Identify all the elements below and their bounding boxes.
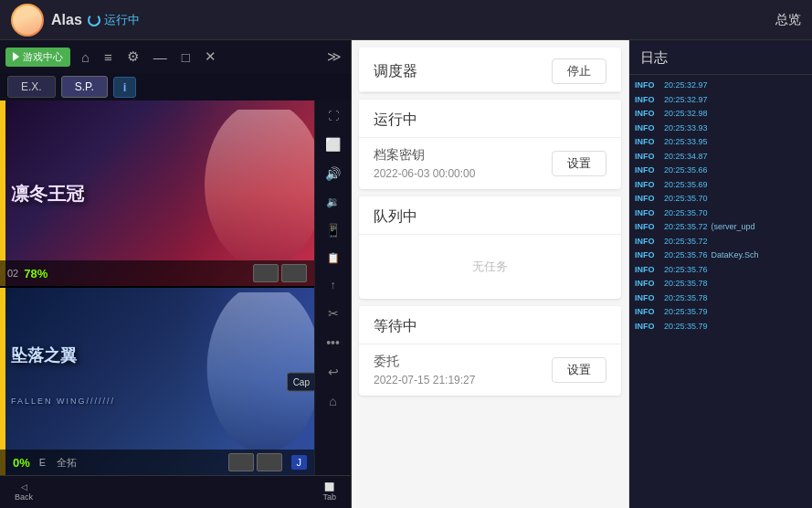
log-time: 20:25:33.93 xyxy=(664,122,708,135)
log-panel: 日志 INFO20:25:32.97INFO20:25:32.97INFO20:… xyxy=(629,40,812,508)
log-time: 20:25:34.87 xyxy=(664,151,708,164)
char-top-shape xyxy=(205,110,314,277)
running-card: 运行中 档案密钥 2022-06-03 00:00:00 设置 xyxy=(359,100,621,189)
avatar-face xyxy=(13,5,42,35)
log-title: 日志 xyxy=(640,49,668,65)
log-row: INFO20:25:35.76DataKey.Sch xyxy=(629,249,812,263)
scissor-icon[interactable]: ✂ xyxy=(324,302,343,324)
queue-title: 队列中 xyxy=(374,207,417,227)
waiting-label: 委托 xyxy=(374,354,475,370)
log-row: INFO20:25:35.70 xyxy=(629,206,812,221)
log-level: INFO xyxy=(635,94,660,107)
game-title-bottom: 坠落之翼 xyxy=(11,344,77,366)
log-row: INFO20:25:35.72(server_upd xyxy=(629,220,812,235)
log-level: INFO xyxy=(635,221,660,234)
log-row: INFO20:25:35.72 xyxy=(629,235,812,249)
log-time: 20:25:35.78 xyxy=(664,278,708,291)
minimize-icon[interactable]: — xyxy=(150,48,171,67)
log-row: INFO20:25:34.87 xyxy=(629,150,812,164)
log-time: 20:25:35.72 xyxy=(664,221,708,234)
tab-sp[interactable]: S.P. xyxy=(61,76,108,98)
log-row: INFO20:25:33.93 xyxy=(629,122,812,136)
share-icon[interactable]: ↑ xyxy=(327,275,340,295)
main-layout: 游戏中心 ⌂ ≡ ⚙ — □ ✕ ≫ E.X. S.P. i xyxy=(0,40,812,508)
menu-icon[interactable]: ≡ xyxy=(100,48,116,67)
waiting-header: 等待中 xyxy=(359,306,621,344)
tab-button[interactable]: ⬜ Tab xyxy=(322,482,336,502)
maximize-icon[interactable]: □ xyxy=(178,48,194,67)
cap-button[interactable]: Cap xyxy=(287,372,314,391)
running-set-button[interactable]: 设置 xyxy=(552,151,606,176)
top-bar: Alas 运行中 总览 xyxy=(0,0,812,40)
log-level: INFO xyxy=(635,164,660,177)
screenshot-icon[interactable]: ⬜ xyxy=(322,133,344,155)
home-nav-icon[interactable]: ⌂ xyxy=(325,390,340,412)
clipboard-icon[interactable]: 📋 xyxy=(323,249,343,268)
back-button[interactable]: ◁ Back xyxy=(15,482,33,502)
log-level: INFO xyxy=(635,108,660,121)
scheduler-header: 调度器 停止 xyxy=(359,48,621,92)
all-label: 全拓 xyxy=(57,456,77,470)
log-time: 20:25:32.97 xyxy=(664,94,708,107)
game-title-top: 凛冬王冠 xyxy=(11,183,84,205)
settings-icon[interactable]: ⚙ xyxy=(123,47,142,67)
game-center-button[interactable]: 游戏中心 xyxy=(5,48,70,67)
waiting-set-button[interactable]: 设置 xyxy=(552,357,606,383)
char-top-decoration xyxy=(177,101,314,286)
volume-up-icon[interactable]: 🔊 xyxy=(322,163,344,185)
log-time: 20:25:35.76 xyxy=(664,264,708,277)
game-subtitle-bottom: FALLEN WING/////// xyxy=(11,397,115,406)
j-badge: J xyxy=(291,455,308,470)
top-bar-right-label: 总览 xyxy=(775,12,801,28)
log-time: 20:25:35.79 xyxy=(664,306,708,319)
log-content[interactable]: INFO20:25:32.97INFO20:25:32.97INFO20:25:… xyxy=(629,75,812,508)
game-panel-bottom: 坠落之翼 FALLEN WING/////// 0% E 全拓 xyxy=(0,288,314,475)
log-level: INFO xyxy=(635,179,660,192)
stop-button[interactable]: 停止 xyxy=(552,58,606,84)
log-time: 20:25:32.98 xyxy=(664,108,708,121)
running-info: 档案密钥 2022-06-03 00:00:00 xyxy=(374,147,475,180)
right-area: 调度器 停止 运行中 档案密钥 2022-06-03 00:00:00 设置 xyxy=(352,40,812,508)
close-icon[interactable]: ✕ xyxy=(201,47,220,67)
log-msg: (server_upd xyxy=(712,221,755,234)
back-nav-icon[interactable]: ↩ xyxy=(324,361,343,383)
queue-header: 队列中 xyxy=(359,196,621,235)
tab-ex[interactable]: E.X. xyxy=(7,76,56,98)
more-icon[interactable]: ••• xyxy=(322,332,343,354)
log-time: 20:25:33.95 xyxy=(664,136,708,149)
home-icon[interactable]: ⌂ xyxy=(78,48,93,67)
log-time: 20:25:35.70 xyxy=(664,193,708,206)
tab-i[interactable]: i xyxy=(113,77,137,98)
log-level: INFO xyxy=(635,151,660,164)
log-time: 20:25:35.79 xyxy=(664,321,708,333)
game-screen: 凛冬王冠 02 78% xyxy=(0,101,314,475)
center-panel: 调度器 停止 运行中 档案密钥 2022-06-03 00:00:00 设置 xyxy=(352,40,629,508)
volume-down-icon[interactable]: 🔉 xyxy=(322,192,343,212)
progress-bar-left xyxy=(0,101,5,286)
fullscreen-icon[interactable]: ⛶ xyxy=(324,106,343,126)
app-title: Alas xyxy=(51,12,82,28)
expand-icon[interactable]: ≫ xyxy=(323,47,345,67)
log-time: 20:25:35.72 xyxy=(664,236,708,249)
log-header: 日志 xyxy=(629,40,812,75)
log-row: INFO20:25:32.97 xyxy=(629,93,812,108)
log-level: INFO xyxy=(635,207,660,220)
log-level: INFO xyxy=(635,292,660,305)
log-row: INFO20:25:35.70 xyxy=(629,192,812,206)
log-row: INFO20:25:33.95 xyxy=(629,135,812,150)
tablet-icon[interactable]: 📱 xyxy=(322,219,344,241)
game-panel-top: 凛冬王冠 02 78% xyxy=(0,101,314,288)
game-top-pct: 78% xyxy=(24,267,47,280)
mini-thumbs-bottom xyxy=(228,453,282,471)
mini-thumb-2 xyxy=(281,264,307,282)
progress-bar-bottom xyxy=(0,288,5,475)
log-time: 20:25:32.97 xyxy=(664,79,708,92)
log-row: INFO20:25:32.97 xyxy=(629,79,812,93)
mini-thumb-4 xyxy=(257,453,282,471)
waiting-body: 委托 2022-07-15 21:19:27 设置 xyxy=(359,344,621,396)
spin-icon xyxy=(88,14,100,26)
log-msg: DataKey.Sch xyxy=(712,249,759,262)
waiting-title: 等待中 xyxy=(374,317,417,336)
emu-tabs: E.X. S.P. i xyxy=(0,73,351,101)
running-value: 2022-06-03 00:00:00 xyxy=(374,167,475,180)
